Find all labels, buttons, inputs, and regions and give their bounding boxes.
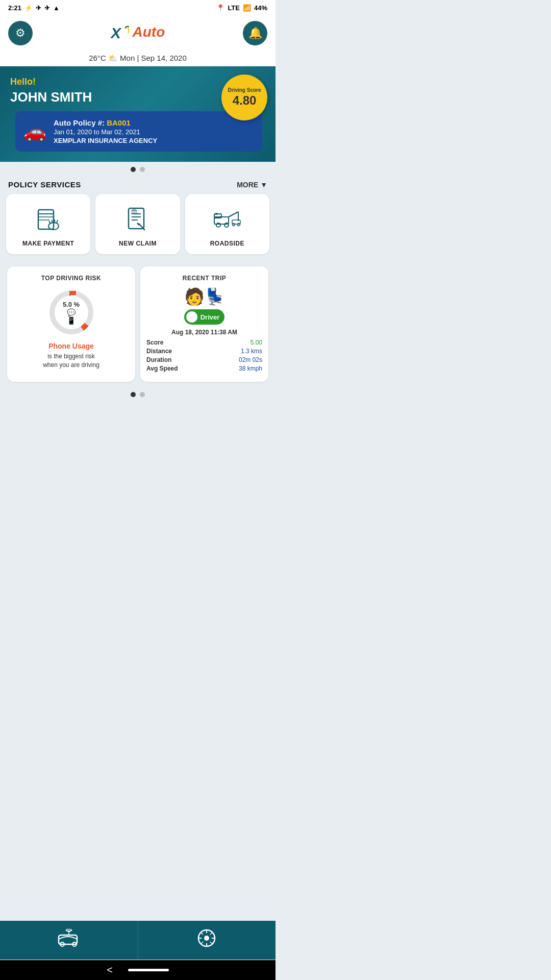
- svg-point-26: [238, 223, 240, 226]
- notif-icon-4: ▲: [53, 4, 60, 12]
- weather-bar: 26°C ⛅ Mon | Sep 14, 2020: [0, 51, 276, 66]
- trip-speed-row: Avg Speed 38 kmph: [146, 365, 262, 372]
- more-label: MORE: [237, 181, 258, 189]
- donut-center: 5.0 % 💬📱: [63, 301, 80, 325]
- services-title: POLICY SERVICES: [8, 180, 81, 189]
- score-value: 5.00: [251, 339, 262, 346]
- dot2-inactive: [140, 392, 145, 397]
- policy-info: Auto Policy #: BA001 Jan 01, 2020 to Mar…: [54, 118, 254, 144]
- bottom-spacer: [0, 400, 276, 461]
- top-driving-risk-card: TOP DRIVING RISK 5.0 % 💬📱 Phone Usage is…: [7, 266, 135, 382]
- svg-line-9: [57, 220, 58, 223]
- driving-score-label: Driving Score: [228, 87, 261, 93]
- location-icon: 📍: [216, 4, 224, 12]
- logo-x: X: [111, 24, 133, 40]
- risk-trip-section: TOP DRIVING RISK 5.0 % 💬📱 Phone Usage is…: [0, 259, 276, 387]
- avg-speed-value: 38 kmph: [239, 365, 262, 372]
- bell-icon: 🔔: [248, 27, 262, 40]
- policy-dates: Jan 01, 2020 to Mar 02, 2021: [54, 128, 254, 136]
- network-label: LTE: [228, 4, 240, 12]
- settings-button[interactable]: ⚙: [8, 21, 33, 45]
- policy-number: BA001: [107, 118, 131, 127]
- trip-score-row: Score 5.00: [146, 339, 262, 346]
- make-payment-card[interactable]: MAKE PAYMENT: [6, 194, 90, 254]
- svg-line-22: [229, 212, 238, 217]
- trip-section-title: RECENT TRIP: [146, 275, 262, 282]
- svg-rect-30: [70, 291, 76, 295]
- weather-date: Mon | Sep 14, 2020: [120, 54, 187, 62]
- duration-value: 02m 02s: [239, 356, 262, 363]
- risk-trip-row: TOP DRIVING RISK 5.0 % 💬📱 Phone Usage is…: [6, 266, 269, 382]
- battery-label: 44%: [254, 4, 267, 12]
- risk-description: is the biggest risk when you are driving: [13, 352, 129, 370]
- svg-rect-27: [215, 213, 217, 215]
- svg-text:X: X: [111, 24, 122, 41]
- driving-score-value: 4.80: [233, 93, 257, 108]
- services-header: POLICY SERVICES MORE ▼: [6, 180, 269, 189]
- recent-trip-card: RECENT TRIP 🧑‍💺 Driver Aug 18, 2020 11:3…: [140, 266, 268, 382]
- app-logo: X Auto: [33, 24, 243, 42]
- distance-label: Distance: [146, 348, 172, 355]
- time-display: 2:21: [8, 4, 21, 12]
- make-payment-label: MAKE PAYMENT: [22, 240, 74, 247]
- notification-button[interactable]: 🔔: [243, 21, 267, 45]
- notif-icon-3: ✈: [44, 4, 50, 12]
- status-right: 📍 LTE 📶 44%: [216, 4, 267, 12]
- risk-section-title: TOP DRIVING RISK: [13, 275, 129, 282]
- weather-icon: ⛅: [108, 54, 120, 62]
- logo-text: X Auto: [111, 24, 165, 42]
- duration-label: Duration: [146, 356, 171, 363]
- trip-distance-row: Distance 1.3 kms: [146, 348, 262, 355]
- car-icon: 🚗: [23, 121, 46, 142]
- driving-score-circle: Driving Score 4.80: [221, 75, 267, 120]
- claim-icon: [122, 204, 153, 235]
- policy-services-section: POLICY SERVICES MORE ▼: [0, 175, 276, 259]
- gear-icon: ⚙: [15, 27, 26, 40]
- risk-donut: 5.0 % 💬📱: [46, 287, 97, 338]
- hero-banner: Hello! JOHN SMITH 🚗 Auto Policy #: BA001…: [0, 66, 276, 162]
- services-grid: MAKE PAYMENT NEW CLAIM: [6, 194, 269, 254]
- roadside-icon: [212, 204, 242, 235]
- driver-toggle[interactable]: Driver: [184, 309, 225, 325]
- policy-prefix: Auto Policy #:: [54, 118, 107, 127]
- risk-desc-1: is the biggest risk: [47, 353, 95, 360]
- logo-auto-text: Auto: [132, 24, 165, 40]
- status-left: 2:21 ⚡ ✈ ✈ ▲: [8, 4, 60, 12]
- signal-icon: 📶: [243, 4, 251, 12]
- new-claim-label: NEW CLAIM: [119, 240, 157, 247]
- policy-card: 🚗 Auto Policy #: BA001 Jan 01, 2020 to M…: [15, 111, 262, 152]
- banner-dots: [0, 162, 276, 175]
- app-header: ⚙ X Auto 🔔: [0, 16, 276, 51]
- policy-title: Auto Policy #: BA001: [54, 118, 254, 127]
- trip-duration-row: Duration 02m 02s: [146, 356, 262, 363]
- trip-date: Aug 18, 2020 11:38 AM: [146, 329, 262, 336]
- phone-usage-label: Phone Usage: [13, 342, 129, 350]
- policy-agency: XEMPLAR INSURANCE AGENCY: [54, 137, 254, 144]
- roadside-card[interactable]: ROADSIDE: [185, 194, 269, 254]
- risk-desc-2: when you are driving: [43, 361, 99, 369]
- payment-icon: [33, 204, 64, 235]
- chevron-down-icon: ▼: [260, 181, 267, 189]
- risk-percent: 5.0 %: [63, 301, 80, 308]
- temperature: 26°C: [89, 54, 106, 62]
- notif-icon-1: ⚡: [24, 4, 33, 12]
- avg-speed-label: Avg Speed: [146, 365, 178, 372]
- distance-value: 1.3 kms: [241, 348, 262, 355]
- driver-icon: 🧑‍💺: [146, 287, 262, 306]
- cards-dots: [0, 387, 276, 400]
- svg-point-25: [233, 223, 235, 226]
- dot2-active: [131, 392, 136, 397]
- status-bar: 2:21 ⚡ ✈ ✈ ▲ 📍 LTE 📶 44%: [0, 0, 276, 16]
- phone-usage-icon: 💬📱: [63, 308, 80, 325]
- score-label: Score: [146, 339, 163, 346]
- driver-label: Driver: [201, 313, 220, 321]
- more-button[interactable]: MORE ▼: [237, 181, 267, 189]
- dot-active: [131, 167, 136, 172]
- toggle-circle: [186, 311, 197, 323]
- svg-rect-1: [38, 210, 54, 229]
- dot-inactive: [140, 167, 145, 172]
- new-claim-card[interactable]: NEW CLAIM: [95, 194, 180, 254]
- roadside-label: ROADSIDE: [210, 240, 244, 247]
- notif-icon-2: ✈: [36, 4, 41, 12]
